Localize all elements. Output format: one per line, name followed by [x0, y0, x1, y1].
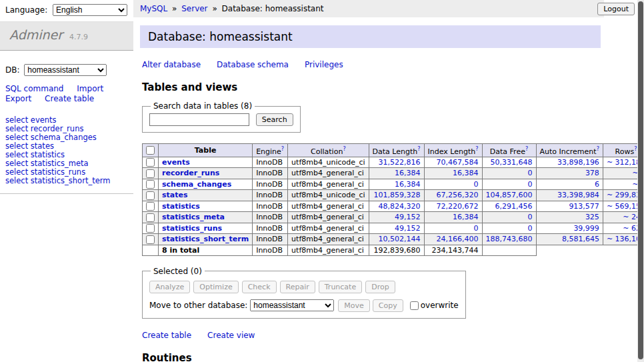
- data-free-link[interactable]: 6,291,456: [495, 202, 533, 211]
- analyze-button[interactable]: Analyze: [149, 281, 190, 293]
- auto-increment-link[interactable]: 33,398,984: [557, 191, 599, 199]
- bottom-create-table[interactable]: Create table: [142, 331, 191, 340]
- auto-increment-link[interactable]: 33,898,196: [557, 158, 599, 167]
- bottom-create-view[interactable]: Create view: [207, 331, 255, 340]
- row-checkbox[interactable]: [146, 224, 155, 233]
- data-free-cell: 188,743,680: [482, 234, 536, 245]
- data-free-link[interactable]: 0: [528, 224, 533, 233]
- table-name-link[interactable]: statistics_short_term: [162, 235, 249, 243]
- table-total-row: 8 in totalInnoDButf8mb4_general_ci192,83…: [143, 245, 644, 255]
- data-length-cell: 31,522,816: [369, 157, 424, 168]
- data-length-link[interactable]: 10,502,144: [379, 235, 421, 243]
- data-free-link[interactable]: 0: [528, 180, 533, 189]
- sidebar-select-statistics-short-term[interactable]: select statistics_short_term: [5, 177, 128, 185]
- row-check-cell: [143, 223, 159, 234]
- index-length-link[interactable]: 67,256,320: [437, 191, 479, 199]
- row-checkbox[interactable]: [146, 169, 155, 178]
- logout-button[interactable]: Logout: [597, 3, 635, 15]
- column-header-check: [143, 144, 159, 157]
- index-length-link[interactable]: 16,384: [453, 169, 479, 177]
- table-name-cell: statistics_runs: [159, 223, 253, 234]
- data-free-link[interactable]: 188,743,680: [486, 235, 533, 243]
- sql-command-link[interactable]: SQL command: [5, 84, 63, 93]
- column-help-link[interactable]: ?: [417, 146, 420, 152]
- scrollbar[interactable]: [637, 0, 644, 362]
- column-help-link[interactable]: ?: [634, 146, 637, 152]
- bottom-links: Create tableCreate view: [142, 331, 644, 340]
- index-length-link[interactable]: 72,220,672: [437, 202, 479, 211]
- breadcrumb-server-link[interactable]: Server: [181, 4, 207, 13]
- action-alter-database[interactable]: Alter database: [142, 60, 201, 69]
- scrollbar-thumb[interactable]: [638, 1, 643, 359]
- column-help-link[interactable]: ?: [281, 146, 284, 152]
- action-database-schema[interactable]: Database schema: [217, 60, 289, 69]
- row-checkbox[interactable]: [146, 213, 155, 222]
- row-check-cell: [143, 212, 159, 223]
- data-length-link[interactable]: 48,824,320: [379, 202, 421, 211]
- table-name-link[interactable]: statistics: [162, 202, 200, 211]
- index-length-link[interactable]: 70,467,584: [437, 158, 479, 167]
- data-length-link[interactable]: 49,152: [395, 224, 421, 233]
- index-length-link[interactable]: 0: [474, 180, 479, 189]
- language-select[interactable]: English: [53, 4, 127, 16]
- auto-increment-link[interactable]: 378: [585, 169, 599, 177]
- index-length-link[interactable]: 16,384: [453, 213, 479, 221]
- column-help-link[interactable]: ?: [597, 146, 599, 152]
- search-input[interactable]: [149, 113, 249, 126]
- row-checkbox[interactable]: [146, 202, 155, 211]
- row-checkbox[interactable]: [146, 235, 155, 244]
- search-button[interactable]: Search: [256, 113, 293, 126]
- auto-increment-link[interactable]: 6: [595, 180, 599, 189]
- truncate-button[interactable]: Truncate: [319, 281, 362, 293]
- check-button[interactable]: Check: [242, 281, 277, 293]
- export-link[interactable]: Export: [5, 94, 31, 103]
- table-name-link[interactable]: statistics_meta: [162, 213, 225, 221]
- data-length-link[interactable]: 49,152: [395, 213, 421, 221]
- table-name-link[interactable]: schema_changes: [162, 180, 231, 189]
- action-privileges[interactable]: Privileges: [305, 60, 343, 69]
- index-length-link[interactable]: 24,166,400: [437, 235, 479, 243]
- column-help-link[interactable]: ?: [343, 146, 345, 152]
- create-table-link[interactable]: Create table: [45, 94, 94, 103]
- column-help-link[interactable]: ?: [475, 146, 478, 152]
- table-name-link[interactable]: statistics_runs: [162, 224, 222, 233]
- auto-increment-link[interactable]: 39,999: [573, 224, 599, 233]
- breadcrumb-mysql-link[interactable]: MySQL: [140, 4, 167, 13]
- copy-button[interactable]: Copy: [373, 299, 403, 312]
- repair-button[interactable]: Repair: [280, 281, 315, 293]
- import-link[interactable]: Import: [77, 84, 103, 93]
- index-length-cell: 67,256,320: [424, 190, 482, 201]
- data-free-link[interactable]: 104,857,600: [486, 191, 533, 199]
- auto-increment-link[interactable]: 913,577: [569, 202, 599, 211]
- overwrite-checkbox[interactable]: [410, 301, 419, 310]
- auto-increment-link[interactable]: 325: [585, 213, 599, 221]
- data-length-link[interactable]: 101,859,328: [374, 191, 421, 199]
- row-checkbox[interactable]: [146, 191, 155, 200]
- move-button[interactable]: Move: [338, 299, 370, 312]
- auto-increment-link[interactable]: 8,581,645: [562, 235, 599, 243]
- data-free-link[interactable]: 50,331,648: [491, 158, 533, 167]
- table-name-link[interactable]: states: [162, 191, 188, 199]
- data-length-link[interactable]: 16,384: [395, 169, 421, 177]
- data-length-link[interactable]: 31,522,816: [379, 158, 421, 167]
- move-db-select[interactable]: homeassistant: [250, 299, 334, 311]
- db-select[interactable]: homeassistant: [24, 64, 107, 76]
- engine-cell: InnoDB: [253, 179, 288, 190]
- drop-button[interactable]: Drop: [365, 281, 395, 293]
- data-free-link[interactable]: 0: [528, 169, 533, 177]
- selected-buttons: AnalyzeOptimizeCheckRepairTruncateDrop: [149, 281, 459, 293]
- table-name-cell: states: [159, 190, 253, 201]
- table-name-link[interactable]: recorder_runs: [162, 169, 219, 177]
- table-name-cell: events: [159, 157, 253, 168]
- select-all-checkbox[interactable]: [146, 146, 155, 155]
- data-free-link[interactable]: 0: [528, 213, 533, 221]
- adminer-logo-link[interactable]: Adminer: [9, 27, 63, 42]
- column-help-link[interactable]: ?: [525, 146, 528, 152]
- optimize-button[interactable]: Optimize: [193, 281, 238, 293]
- table-name-link[interactable]: events: [162, 158, 190, 167]
- data-length-link[interactable]: 16,384: [395, 180, 421, 189]
- row-checkbox[interactable]: [146, 158, 155, 167]
- sidebar-links: SQL command Import Export Create table: [0, 79, 133, 104]
- index-length-link[interactable]: 0: [474, 224, 479, 233]
- row-checkbox[interactable]: [146, 180, 155, 189]
